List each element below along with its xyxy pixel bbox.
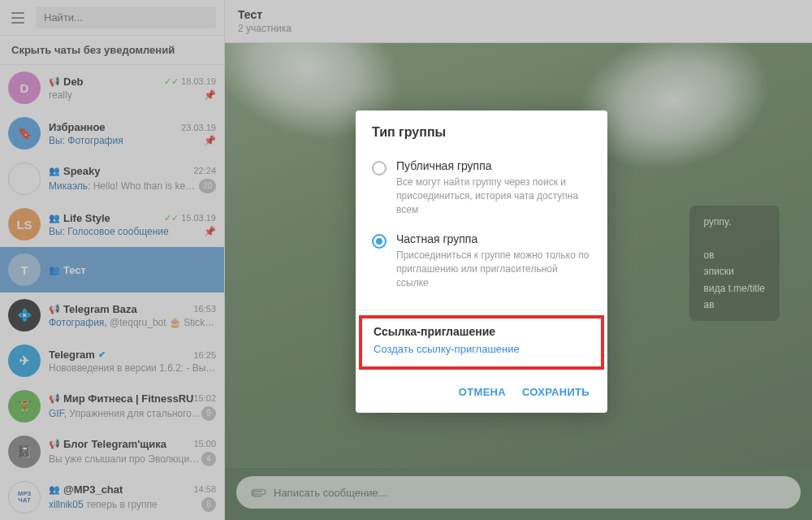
modal-title: Тип группы bbox=[356, 110, 607, 150]
radio-label: Частная группа bbox=[396, 232, 591, 245]
modal-actions: ОТМЕНА СОХРАНИТЬ bbox=[356, 373, 607, 413]
radio-label: Публичная группа bbox=[396, 159, 591, 172]
invite-link-section: Ссылка-приглашение Создать ссылку-пригла… bbox=[359, 315, 604, 370]
group-type-modal: Тип группы Публичная группа Все могут на… bbox=[356, 110, 607, 413]
radio-description: Присоединиться к группе можно только по … bbox=[396, 249, 591, 289]
radio-private-group[interactable]: Частная группа Присоединиться к группе м… bbox=[372, 226, 591, 299]
radio-group: Публичная группа Все могут найти группу … bbox=[356, 150, 607, 303]
radio-description: Все могут найти группу через поиск и при… bbox=[396, 176, 591, 216]
radio-public-group[interactable]: Публичная группа Все могут найти группу … bbox=[372, 153, 591, 226]
create-invite-link[interactable]: Создать ссылку-приглашение bbox=[374, 343, 590, 355]
save-button[interactable]: СОХРАНИТЬ bbox=[522, 386, 590, 398]
radio-icon bbox=[372, 161, 387, 176]
cancel-button[interactable]: ОТМЕНА bbox=[459, 386, 506, 398]
invite-link-title: Ссылка-приглашение bbox=[374, 325, 590, 338]
separator bbox=[356, 310, 607, 310]
radio-icon bbox=[372, 234, 387, 249]
app-root: Скрыть чаты без уведомлений D 📢Deb ✓✓ 18… bbox=[0, 0, 812, 520]
